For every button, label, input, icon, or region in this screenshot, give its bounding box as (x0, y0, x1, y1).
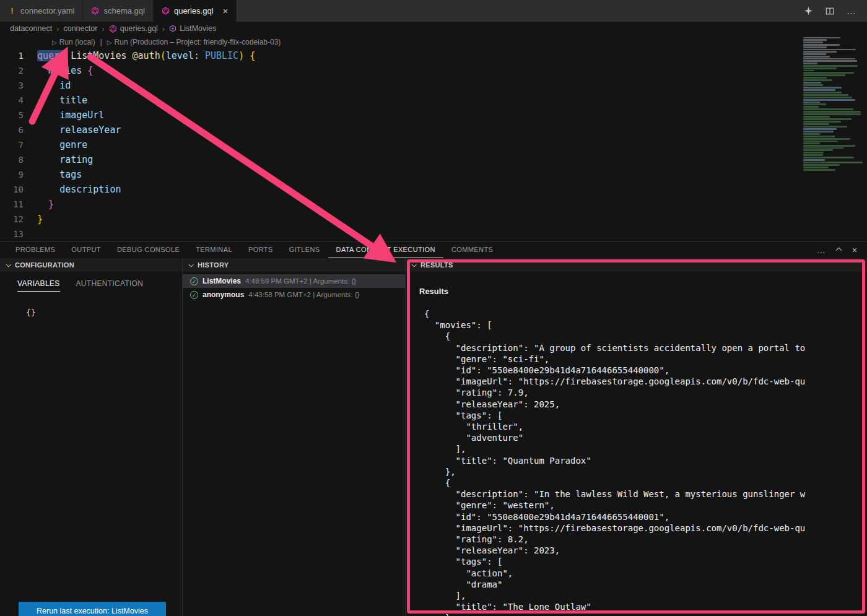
minimap-line (803, 167, 829, 168)
tabstrip-actions: … (793, 0, 867, 22)
history-list: ✓ListMovies4:48:59 PM GMT+2 | Arguments:… (183, 274, 405, 301)
code-text: title (37, 93, 87, 108)
code-text: movies { (37, 63, 93, 78)
code-line: 10 description (0, 182, 795, 197)
code-token (37, 169, 59, 180)
panel-tab-terminal[interactable]: TERMINAL (188, 242, 240, 258)
panel-tab-comments[interactable]: COMMENTS (443, 242, 501, 258)
code-token: releaseYear (59, 124, 121, 136)
split-editor-icon[interactable] (826, 7, 834, 15)
minimap-line (803, 141, 838, 142)
panel-tab-output[interactable]: OUTPUT (63, 242, 109, 258)
minimap-line (803, 46, 827, 48)
minimap-line (803, 44, 840, 46)
run-local-link[interactable]: ▷Run (local) (52, 38, 95, 46)
code-token: level (166, 50, 194, 61)
minimap-line (803, 56, 830, 58)
copilot-icon[interactable] (804, 6, 813, 15)
code-text: genre (37, 137, 87, 152)
minimap[interactable] (795, 35, 867, 241)
code-token (65, 50, 71, 61)
breadcrumb: dataconnect›connector›queries.gql›ListMo… (0, 22, 867, 35)
rerun-button[interactable]: Rerun last execution: ListMovies (19, 602, 166, 616)
minimap-line (803, 121, 841, 123)
history-item[interactable]: ✓anonymous4:43:58 PM GMT+2 | Arguments: … (183, 288, 405, 301)
line-number: 11 (0, 197, 37, 212)
maximize-panel-icon[interactable] (837, 248, 841, 253)
history-item-name: anonymous (203, 290, 244, 299)
breadcrumb-item-listmovies[interactable]: ListMovies (169, 24, 216, 33)
breadcrumb-label: ListMovies (180, 24, 216, 33)
minimap-line (803, 152, 824, 154)
close-panel-icon[interactable]: × (852, 245, 857, 255)
minimap-line (803, 162, 863, 163)
code-text: } (37, 212, 43, 227)
tab-queries-gql[interactable]: queries.gql× (154, 0, 237, 22)
code-token (37, 199, 48, 210)
panel-tab-gitlens[interactable]: GITLENS (281, 242, 328, 258)
line-number: 10 (0, 182, 37, 197)
code-token: id (59, 80, 71, 91)
panel-tab-debug-console[interactable]: DEBUG CONSOLE (109, 242, 188, 258)
line-number: 2 (0, 63, 37, 78)
code-line: 6 releaseYear (0, 123, 795, 137)
graphql-icon (109, 25, 117, 33)
code-token (127, 50, 133, 61)
code-token: ListMovies (71, 50, 126, 61)
code-token: } (37, 214, 43, 225)
chevron-down-icon (188, 262, 193, 267)
configuration-header[interactable]: CONFIGURATION (0, 258, 182, 272)
panel-tab-ports[interactable]: PORTS (240, 242, 281, 258)
breadcrumb-item-connector[interactable]: connector (63, 24, 97, 33)
minimap-line (803, 131, 834, 132)
results-header-label: RESULTS (420, 261, 453, 269)
minimap-line (803, 74, 845, 76)
tab-connector-yaml[interactable]: !connector.yaml (0, 0, 83, 22)
code-token: imageUrl (59, 110, 104, 121)
breadcrumb-label: dataconnect (10, 24, 52, 33)
history-item-meta: 4:48:59 PM GMT+2 | Arguments: {} (245, 277, 356, 285)
line-number: 5 (0, 108, 37, 123)
config-tab-variables[interactable]: VARIABLES (17, 279, 60, 292)
close-tab-icon[interactable]: × (223, 6, 229, 15)
panel-tab-data-connect-execution[interactable]: DATA CONNECT EXECUTION (328, 242, 443, 258)
line-number: 13 (0, 227, 37, 241)
code-token: } (48, 199, 54, 210)
panel-actions: … × (817, 245, 867, 255)
config-tab-authentication[interactable]: AUTHENTICATION (76, 279, 144, 292)
tab-strip: !connector.yamlschema.gqlqueries.gql× (0, 0, 237, 22)
breadcrumb-item-queries-gql[interactable]: queries.gql (109, 24, 158, 33)
history-header[interactable]: HISTORY (183, 258, 405, 272)
minimap-line (803, 79, 832, 81)
play-icon: ▷ (107, 39, 112, 46)
more-actions-icon: … (847, 6, 856, 16)
code-token (37, 65, 48, 76)
code-editor[interactable]: ▷Run (local) | ▷Run (Production – Projec… (0, 35, 867, 241)
history-item[interactable]: ✓ListMovies4:48:59 PM GMT+2 | Arguments:… (183, 274, 405, 288)
code-token: ( (160, 50, 166, 61)
code-token: ) (238, 50, 244, 61)
more-actions-icon[interactable]: … (817, 245, 826, 255)
chevron-down-icon (6, 262, 11, 267)
minimap-line (803, 89, 835, 91)
code-token: @auth (133, 50, 160, 61)
play-icon: ▷ (52, 39, 57, 46)
minimap-line (803, 106, 819, 108)
results-json[interactable]: { "movies": [ { "description": "A group … (406, 308, 867, 616)
line-number: 8 (0, 152, 37, 167)
results-header[interactable]: RESULTS (406, 258, 867, 272)
chevron-down-icon (411, 262, 416, 267)
check-circle-icon: ✓ (190, 277, 198, 285)
breadcrumb-item-dataconnect[interactable]: dataconnect (10, 24, 52, 33)
configuration-header-label: CONFIGURATION (15, 261, 74, 269)
minimap-line (803, 154, 823, 156)
more-actions-icon[interactable]: … (847, 6, 856, 16)
panel-tab-problems[interactable]: PROBLEMS (7, 242, 63, 258)
tab-schema-gql[interactable]: schema.gql (83, 0, 153, 22)
run-production-link[interactable]: ▷Run (Production – Project: friendly-fli… (107, 38, 281, 46)
minimap-line (803, 53, 826, 55)
code-text: imageUrl (37, 108, 104, 123)
code-line: 4 title (0, 93, 795, 108)
tab-label: queries.gql (174, 6, 214, 15)
minimap-line (803, 147, 844, 149)
